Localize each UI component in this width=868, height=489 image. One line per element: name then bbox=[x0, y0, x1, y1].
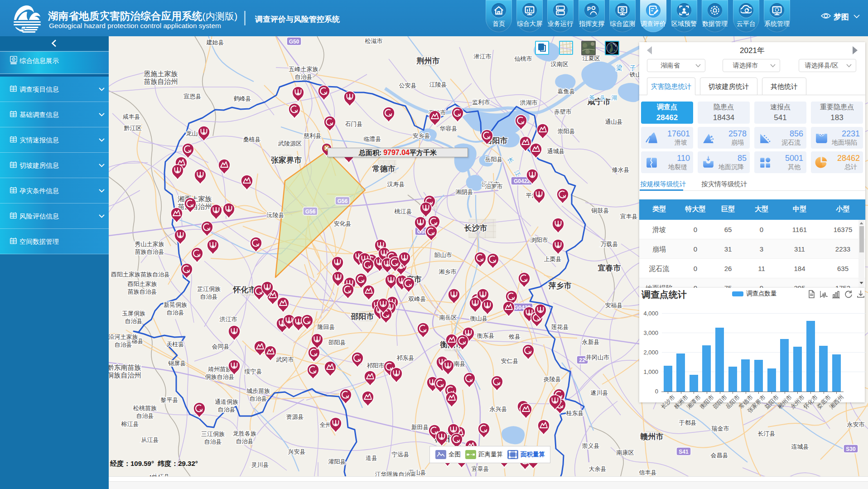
svg-text:秀山土家族: 秀山土家族 bbox=[135, 241, 164, 247]
svg-text:宜章县: 宜章县 bbox=[472, 465, 489, 472]
svg-text:黎平县: 黎平县 bbox=[161, 397, 178, 403]
svg-text:22: 22 bbox=[579, 357, 585, 363]
svg-text:通城县: 通城县 bbox=[547, 148, 565, 155]
svg-text:酉阳土家族苗族自治县: 酉阳土家族苗族自治县 bbox=[111, 271, 170, 278]
svg-text:五峰土家族: 五峰土家族 bbox=[289, 66, 318, 73]
svg-text:城步苗族: 城步苗族 bbox=[246, 387, 270, 394]
svg-text:桑植县: 桑植县 bbox=[243, 136, 261, 143]
svg-text:锦屏县: 锦屏县 bbox=[168, 360, 186, 367]
svg-text:潜江市: 潜江市 bbox=[474, 53, 492, 60]
svg-text:连城县: 连城县 bbox=[791, 443, 809, 450]
svg-text:靖州苗族: 靖州苗族 bbox=[208, 366, 231, 373]
svg-text:浏阳市: 浏阳市 bbox=[530, 237, 548, 243]
svg-text:永兴县: 永兴县 bbox=[490, 406, 507, 412]
svg-text:酉阳土家族: 酉阳土家族 bbox=[128, 281, 157, 287]
svg-text:兴安县: 兴安县 bbox=[288, 448, 306, 455]
svg-text:松滋市: 松滋市 bbox=[365, 38, 383, 44]
svg-text:咸丰县: 咸丰县 bbox=[123, 113, 140, 120]
svg-text:自治县: 自治县 bbox=[295, 73, 313, 80]
svg-text:鹤峰县: 鹤峰县 bbox=[234, 95, 251, 102]
svg-text:衡东县: 衡东县 bbox=[477, 332, 495, 339]
svg-text:苗族自治县: 苗族自治县 bbox=[128, 288, 157, 295]
svg-text:斧 头 湖: 斧 头 湖 bbox=[589, 94, 619, 101]
svg-text:会同县: 会同县 bbox=[212, 343, 230, 350]
svg-text:安仁县: 安仁县 bbox=[501, 358, 519, 364]
svg-text:汨罗市: 汨罗市 bbox=[485, 183, 503, 190]
svg-text:G56: G56 bbox=[338, 198, 348, 204]
svg-text:自治县: 自治县 bbox=[250, 395, 267, 402]
svg-text:安化县: 安化县 bbox=[334, 220, 352, 227]
svg-text:P: P bbox=[587, 6, 591, 12]
svg-text:自治县: 自治县 bbox=[115, 341, 132, 348]
svg-text:会昌县: 会昌县 bbox=[711, 452, 728, 459]
svg-text:永安市: 永安市 bbox=[847, 421, 865, 428]
svg-text:监利市: 监利市 bbox=[473, 99, 490, 106]
svg-text:萍乡市: 萍乡市 bbox=[549, 281, 572, 290]
svg-text:仙桃市: 仙桃市 bbox=[515, 55, 532, 62]
svg-text:江华瑶族自治县: 江华瑶族自治县 bbox=[375, 471, 416, 476]
svg-text:江陵县: 江陵县 bbox=[429, 81, 447, 88]
svg-text:石门县: 石门县 bbox=[345, 121, 363, 127]
svg-text:自治县: 自治县 bbox=[236, 438, 254, 445]
svg-text:灵川县: 灵川县 bbox=[251, 461, 269, 468]
svg-text:大余县: 大余县 bbox=[589, 465, 607, 472]
svg-text:祁东县: 祁东县 bbox=[397, 354, 415, 361]
svg-text:邵阳市: 邵阳市 bbox=[351, 312, 374, 321]
svg-text:通山县: 通山县 bbox=[605, 118, 623, 125]
svg-text:临澧县: 临澧县 bbox=[364, 136, 381, 142]
svg-text:松桃苗族: 松桃苗族 bbox=[133, 405, 157, 412]
svg-text:G56: G56 bbox=[305, 208, 316, 215]
svg-text:攸县: 攸县 bbox=[508, 333, 521, 340]
svg-text:S30: S30 bbox=[846, 446, 856, 452]
svg-text:隆回县: 隆回县 bbox=[318, 324, 335, 330]
svg-text:炎陵县: 炎陵县 bbox=[544, 376, 561, 382]
svg-text:江夏区: 江夏区 bbox=[583, 55, 600, 62]
svg-text:S41: S41 bbox=[679, 449, 689, 455]
svg-text:自治县: 自治县 bbox=[200, 293, 218, 300]
svg-text:湘乡市: 湘乡市 bbox=[439, 268, 457, 275]
svg-text:宁远县: 宁远县 bbox=[392, 451, 410, 458]
svg-text:赤壁市: 赤壁市 bbox=[554, 108, 572, 115]
svg-text:双峰县: 双峰县 bbox=[408, 295, 426, 302]
svg-text:绥宁县: 绥宁县 bbox=[245, 368, 262, 375]
svg-text:张家界市: 张家界市 bbox=[271, 155, 302, 165]
svg-text:永新县: 永新县 bbox=[582, 339, 600, 345]
svg-text:汉南区: 汉南区 bbox=[551, 61, 569, 68]
svg-text:崇阳县: 崇阳县 bbox=[558, 128, 575, 135]
svg-text:灌阳县: 灌阳县 bbox=[328, 458, 346, 465]
svg-text:铜鼓县: 铜鼓县 bbox=[591, 207, 609, 214]
svg-text:南岳区: 南岳区 bbox=[439, 314, 457, 321]
svg-text:修水县: 修水县 bbox=[612, 166, 630, 173]
svg-text:恩施土家族: 恩施土家族 bbox=[144, 70, 178, 77]
svg-text:榕江县: 榕江县 bbox=[121, 421, 139, 427]
svg-text:慈利县: 慈利县 bbox=[304, 132, 322, 139]
svg-text:宜丰县: 宜丰县 bbox=[620, 213, 638, 220]
svg-text:衡山县: 衡山县 bbox=[470, 315, 488, 322]
svg-text:邵阳县: 邵阳县 bbox=[328, 339, 346, 346]
svg-text:道县: 道县 bbox=[366, 455, 377, 461]
svg-text:苗族自治州: 苗族自治州 bbox=[144, 77, 178, 85]
svg-text:岳阳县: 岳阳县 bbox=[485, 156, 503, 163]
svg-text:洪江市: 洪江市 bbox=[220, 316, 237, 323]
svg-text:桂东县: 桂东县 bbox=[566, 410, 584, 416]
svg-text:自治县: 自治县 bbox=[167, 309, 184, 316]
svg-text:湘阴县: 湘阴县 bbox=[456, 189, 473, 195]
svg-text:祁阳市: 祁阳市 bbox=[367, 362, 385, 369]
svg-text:嘉鱼县: 嘉鱼县 bbox=[558, 88, 575, 95]
svg-text:赣州市: 赣州市 bbox=[640, 432, 664, 441]
svg-text:安福县: 安福县 bbox=[605, 302, 623, 309]
svg-text:井冈山市: 井冈山市 bbox=[586, 354, 609, 361]
svg-text:自治县: 自治县 bbox=[218, 406, 236, 413]
svg-text:荆州市: 荆州市 bbox=[416, 57, 440, 65]
svg-text:苗族自治县: 苗族自治县 bbox=[135, 248, 164, 255]
svg-text:宜春市: 宜春市 bbox=[598, 264, 621, 272]
svg-text:武冈市: 武冈市 bbox=[276, 356, 294, 363]
svg-text:龙胜各族: 龙胜各族 bbox=[233, 430, 256, 437]
svg-text:沅陵县: 沅陵县 bbox=[266, 212, 285, 218]
svg-text:桃江县: 桃江县 bbox=[394, 208, 412, 215]
svg-text:天柱县: 天柱县 bbox=[167, 341, 184, 348]
svg-text:宣恩县: 宣恩县 bbox=[184, 93, 202, 100]
svg-text:韶山市: 韶山市 bbox=[434, 252, 452, 258]
svg-text:自治县: 自治县 bbox=[125, 318, 143, 324]
svg-text:怀化市: 怀化市 bbox=[233, 286, 256, 294]
